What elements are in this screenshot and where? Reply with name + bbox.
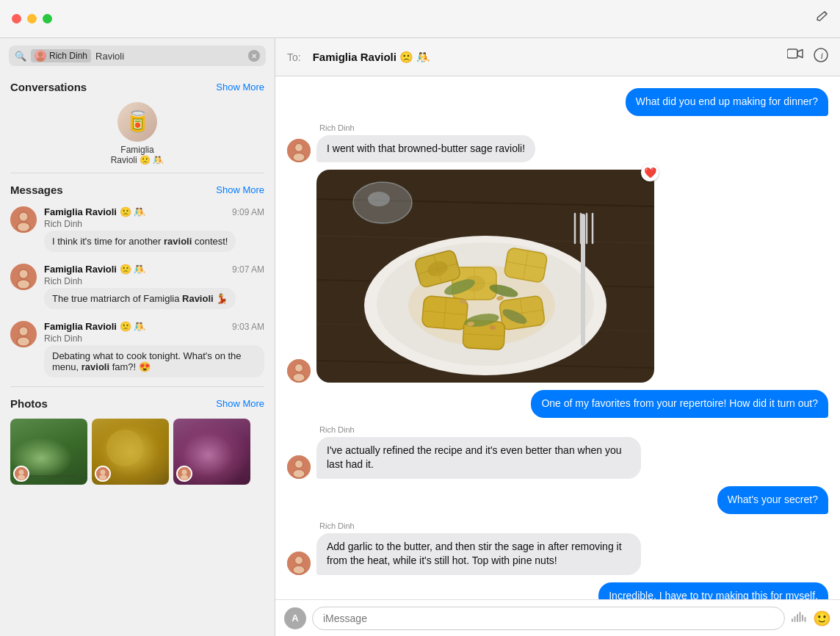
photo-thumb-2[interactable]	[92, 419, 169, 485]
svg-point-10	[20, 270, 28, 278]
emoji-button[interactable]: 🙂	[813, 610, 831, 627]
svg-rect-95	[800, 612, 801, 622]
msg-content-1: Famiglia Ravioli 🙁 🤼 9:09 AM Rich Dinh I…	[44, 206, 264, 252]
svg-point-21	[101, 470, 106, 475]
bubble-out-3: What's your secret?	[717, 486, 828, 514]
svg-point-5	[20, 213, 28, 221]
svg-point-32	[295, 144, 303, 151]
chat-area: To: Famiglia Ravioli 🙁 🤼 i	[275, 38, 840, 636]
message-out-2: One of my favorites from your repertoire…	[287, 390, 828, 418]
chat-messages: What did you end up making for dinner? R…	[275, 76, 840, 599]
bubble-group-out-3: What's your secret?	[717, 486, 828, 514]
svg-point-0	[38, 52, 43, 57]
svg-point-6	[18, 223, 29, 231]
svg-point-33	[294, 153, 305, 161]
msg-avatar-1	[10, 206, 37, 233]
message-in-4: Rich Dinh Add garlic to the butter, and …	[287, 521, 828, 575]
svg-rect-93	[794, 616, 796, 622]
message-input[interactable]	[312, 607, 785, 630]
bubble-in-3: I've actually refined the recipe and it'…	[316, 437, 641, 479]
photos-header: Photos Show More	[0, 390, 275, 414]
chat-header: To: Famiglia Ravioli 🙁 🤼 i	[275, 38, 840, 76]
msg-sub-1: Rich Dinh	[44, 219, 264, 229]
messages-show-more[interactable]: Show More	[216, 184, 264, 195]
svg-point-19	[18, 475, 25, 480]
msg-header-1: Famiglia Ravioli 🙁 🤼 9:09 AM	[44, 206, 264, 217]
reaction-heart: ❤️	[641, 164, 659, 181]
chat-input-bar: A 🙂	[275, 599, 840, 636]
message-item-1[interactable]: Famiglia Ravioli 🙁 🤼 9:09 AM Rich Dinh I…	[0, 200, 275, 258]
svg-point-38	[294, 374, 305, 381]
svg-point-70	[408, 265, 555, 346]
search-chip-name: Rich Dinh	[49, 51, 87, 61]
msg-preview-1: I think it's time for another ravioli co…	[44, 231, 236, 252]
messages-header: Messages Show More	[0, 176, 275, 200]
message-out-3: What's your secret?	[287, 486, 828, 514]
chat-header-icons: i	[787, 48, 828, 66]
msg-sub-2: Rich Dinh	[44, 276, 264, 286]
photo-thumb-1[interactable]	[10, 419, 87, 485]
chat-title: Famiglia Ravioli 🙁 🤼	[313, 51, 778, 64]
compose-button[interactable]	[815, 10, 828, 27]
svg-point-81	[368, 192, 390, 206]
divider-1	[10, 173, 264, 173]
msg-avatar-2	[10, 264, 37, 290]
msg-time-2: 9:07 AM	[232, 264, 264, 275]
sender-name-in-4: Rich Dinh	[316, 521, 641, 530]
msg-sender-3: Famiglia Ravioli 🙁 🤼	[44, 321, 145, 332]
svg-text:i: i	[821, 50, 824, 61]
message-out-1: What did you end up making for dinner?	[287, 88, 828, 116]
msg-content-2: Famiglia Ravioli 🙁 🤼 9:07 AM Rich Dinh T…	[44, 264, 264, 309]
msg-sender-1: Famiglia Ravioli 🙁 🤼	[44, 206, 145, 217]
famiglia-avatar: 🥫	[117, 102, 157, 142]
svg-rect-96	[802, 615, 803, 621]
search-chip: Rich Dinh	[31, 49, 91, 62]
appstore-label: A	[292, 612, 298, 624]
photo-avatar-3	[176, 466, 192, 482]
search-bar[interactable]: 🔍 Rich Dinh Ravioli ✕	[9, 46, 266, 66]
fullscreen-button[interactable]	[43, 14, 52, 24]
svg-point-25	[181, 475, 188, 480]
bubble-avatar-in-1	[287, 139, 311, 162]
svg-point-85	[295, 460, 303, 468]
sidebar: 🔍 Rich Dinh Ravioli ✕ Conversations Show…	[0, 38, 275, 636]
close-button[interactable]	[12, 14, 21, 24]
audio-button[interactable]	[791, 610, 807, 626]
svg-point-16	[18, 338, 29, 346]
svg-point-11	[18, 281, 29, 289]
svg-point-15	[20, 328, 28, 336]
appstore-button[interactable]: A	[284, 607, 306, 629]
svg-rect-26	[787, 49, 797, 58]
traffic-lights	[0, 14, 52, 24]
photos-title: Photos	[10, 397, 48, 410]
search-chip-avatar	[35, 50, 46, 62]
famiglia-label: FamigliaRavioli 🙁 🤼	[111, 145, 164, 165]
msg-preview-3: Debating what to cook tonight. What's on…	[44, 345, 264, 377]
message-item-3[interactable]: Famiglia Ravioli 🙁 🤼 9:03 AM Rich Dinh D…	[0, 315, 275, 383]
svg-point-90	[295, 557, 303, 564]
svg-point-91	[294, 566, 305, 574]
sender-name-in-3: Rich Dinh	[316, 425, 641, 434]
search-query-text: Ravioli	[95, 51, 244, 62]
message-item-2[interactable]: Famiglia Ravioli 🙁 🤼 9:07 AM Rich Dinh T…	[0, 258, 275, 315]
svg-point-1	[37, 57, 44, 62]
minimize-button[interactable]	[27, 14, 37, 24]
bubble-group-out-2: One of my favorites from your repertoire…	[531, 390, 828, 418]
photos-show-more[interactable]: Show More	[216, 398, 264, 409]
msg-header-3: Famiglia Ravioli 🙁 🤼 9:03 AM	[44, 321, 264, 332]
svg-point-18	[19, 470, 24, 475]
video-call-icon[interactable]	[787, 48, 803, 66]
search-clear-button[interactable]: ✕	[248, 50, 260, 62]
main-container: 🔍 Rich Dinh Ravioli ✕ Conversations Show…	[0, 38, 840, 636]
photo-thumb-3[interactable]	[173, 419, 250, 485]
conversation-famiglia[interactable]: 🥫 FamigliaRavioli 🙁 🤼	[0, 98, 275, 170]
svg-rect-92	[792, 618, 793, 622]
message-in-1: Rich Dinh I went with that browned-butte…	[287, 123, 828, 163]
bubble-out-4: Incredible. I have to try making this fo…	[598, 582, 828, 599]
messages-title: Messages	[10, 184, 63, 196]
image-bubble-container: ❤️	[316, 170, 654, 383]
bubble-group-out-1: What did you end up making for dinner?	[626, 88, 828, 116]
info-icon[interactable]: i	[814, 48, 828, 66]
conversations-show-more[interactable]: Show More	[216, 82, 264, 93]
svg-point-24	[182, 470, 187, 475]
